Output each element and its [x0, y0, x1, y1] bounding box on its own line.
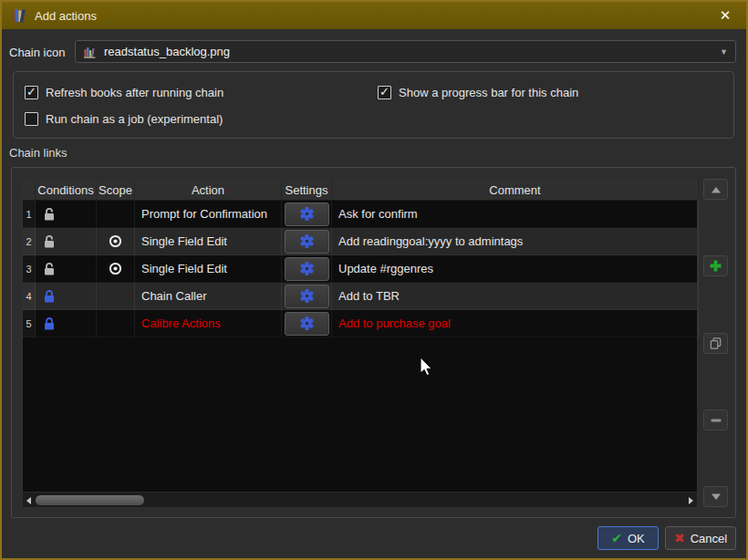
checkbox-label: Run chain as a job (experimental) — [46, 112, 223, 126]
settings-gear-button[interactable] — [285, 230, 329, 254]
row-number: 5 — [23, 310, 36, 337]
settings-gear-button[interactable] — [285, 202, 329, 226]
remove-link-button[interactable] — [703, 410, 728, 430]
table-empty-area[interactable] — [23, 337, 697, 492]
conditions-cell[interactable] — [36, 201, 97, 228]
table-row[interactable]: 4 Chain Caller — [23, 283, 697, 310]
scroll-left-icon[interactable] — [23, 493, 36, 508]
scope-cell[interactable] — [97, 255, 135, 283]
gear-icon — [299, 316, 315, 331]
options-frame: ✓ Refresh books after running chain ✓ Sh… — [13, 71, 734, 139]
settings-gear-button[interactable] — [285, 285, 329, 308]
column-header-action[interactable]: Action — [135, 181, 282, 200]
checkbox-box[interactable] — [25, 112, 38, 126]
action-cell[interactable]: Prompt for Confirmation — [135, 201, 282, 228]
comment-cell[interactable]: Add readinggoal:yyyy to admintags — [332, 228, 699, 255]
column-header-settings[interactable]: Settings — [282, 181, 332, 200]
calibre-books-icon — [11, 7, 27, 24]
action-cell[interactable]: Single Field Edit — [135, 255, 282, 283]
cancel-label: Cancel — [691, 532, 727, 545]
column-header-comment[interactable]: Comment — [332, 181, 699, 200]
ok-button[interactable]: ✔ OK — [597, 526, 659, 550]
locked-icon — [42, 316, 57, 331]
move-up-button[interactable] — [703, 179, 728, 200]
row-number: 2 — [23, 228, 36, 255]
checkbox-box[interactable]: ✓ — [25, 86, 38, 99]
move-down-icon — [710, 492, 722, 503]
column-header-scope[interactable]: Scope — [97, 181, 135, 200]
checkbox-label: Refresh books after running chain — [46, 86, 223, 99]
move-up-icon — [710, 184, 722, 195]
unlocked-icon — [42, 262, 57, 276]
corner-header — [23, 181, 36, 200]
horizontal-scrollbar[interactable] — [23, 492, 697, 507]
row-number: 1 — [23, 201, 36, 228]
check-icon: ✓ — [26, 86, 36, 98]
checkbox-refresh-books[interactable]: ✓ Refresh books after running chain — [25, 84, 223, 100]
title-bar[interactable]: Add actions ✕ — [2, 2, 746, 29]
table-row[interactable]: 2 Single Field Edit — [23, 228, 697, 255]
scroll-right-icon[interactable] — [684, 493, 697, 508]
table-row[interactable]: 5 Calibre Actions — [23, 310, 697, 337]
move-down-button[interactable] — [703, 486, 728, 507]
chain-links-table[interactable]: Conditions Scope Action Settings Comment… — [22, 180, 698, 508]
target-icon — [108, 233, 123, 249]
books-chart-icon — [83, 45, 98, 59]
scope-cell[interactable] — [97, 310, 135, 337]
unlocked-icon — [42, 234, 57, 249]
chevron-down-icon[interactable]: ▼ — [720, 47, 728, 57]
chain-links-label: Chain links — [9, 146, 68, 160]
chain-icon-value: readstatus_backlog.png — [104, 45, 720, 58]
check-icon: ✓ — [379, 86, 390, 98]
close-icon[interactable]: ✕ — [713, 7, 737, 24]
remove-icon — [710, 418, 722, 423]
row-number: 4 — [23, 283, 36, 310]
x-icon: ✖ — [674, 531, 685, 545]
settings-cell — [282, 283, 332, 310]
target-icon — [108, 261, 123, 276]
checkbox-box[interactable]: ✓ — [378, 86, 391, 99]
settings-gear-button[interactable] — [285, 312, 329, 336]
checkbox-progress-bar[interactable]: ✓ Show a progress bar for this chain — [378, 84, 578, 100]
action-cell[interactable]: Chain Caller — [135, 283, 282, 310]
duplicate-link-button[interactable] — [703, 333, 728, 354]
comment-cell[interactable]: Update #rggenres — [332, 255, 699, 283]
settings-cell — [282, 310, 332, 337]
settings-cell — [282, 201, 332, 228]
scope-cell[interactable] — [97, 283, 135, 310]
action-cell[interactable]: Calibre Actions — [135, 310, 282, 337]
add-actions-dialog: Add actions ✕ Chain icon readstatus_back… — [0, 0, 748, 560]
conditions-cell[interactable] — [36, 310, 97, 337]
comment-cell[interactable]: Ask for confirm — [332, 201, 699, 228]
add-link-button[interactable] — [703, 255, 728, 276]
checkbox-run-as-job[interactable]: Run chain as a job (experimental) — [25, 110, 223, 127]
table-rows: 1 Prompt for Confirmation — [23, 201, 697, 337]
comment-cell[interactable]: Add to TBR — [332, 283, 699, 310]
gear-icon — [299, 206, 315, 222]
settings-cell — [282, 255, 332, 283]
unlocked-icon — [42, 207, 57, 222]
row-number: 3 — [23, 255, 36, 283]
conditions-cell[interactable] — [36, 283, 97, 310]
comment-cell[interactable]: Add to purchase goal — [332, 310, 699, 337]
table-row[interactable]: 1 Prompt for Confirmation — [23, 201, 697, 228]
conditions-cell[interactable] — [36, 255, 97, 283]
action-cell[interactable]: Single Field Edit — [135, 228, 282, 255]
table-header: Conditions Scope Action Settings Comment — [23, 181, 697, 201]
chain-icon-label: Chain icon — [9, 42, 65, 64]
table-row[interactable]: 3 Single Field Edit — [23, 255, 697, 283]
window-title: Add actions — [35, 9, 97, 23]
column-header-conditions[interactable]: Conditions — [36, 181, 97, 200]
add-icon — [709, 259, 722, 273]
settings-cell — [282, 228, 332, 255]
conditions-cell[interactable] — [36, 228, 97, 255]
cancel-button[interactable]: ✖ Cancel — [665, 526, 736, 550]
checkbox-label: Show a progress bar for this chain — [399, 86, 578, 99]
scope-cell[interactable] — [97, 228, 135, 255]
scrollbar-thumb[interactable] — [36, 495, 144, 505]
check-icon: ✔ — [611, 531, 622, 545]
settings-gear-button[interactable] — [285, 257, 329, 281]
scope-cell[interactable] — [97, 201, 135, 228]
gear-icon — [299, 288, 315, 304]
chain-icon-combobox[interactable]: readstatus_backlog.png ▼ — [75, 40, 736, 63]
